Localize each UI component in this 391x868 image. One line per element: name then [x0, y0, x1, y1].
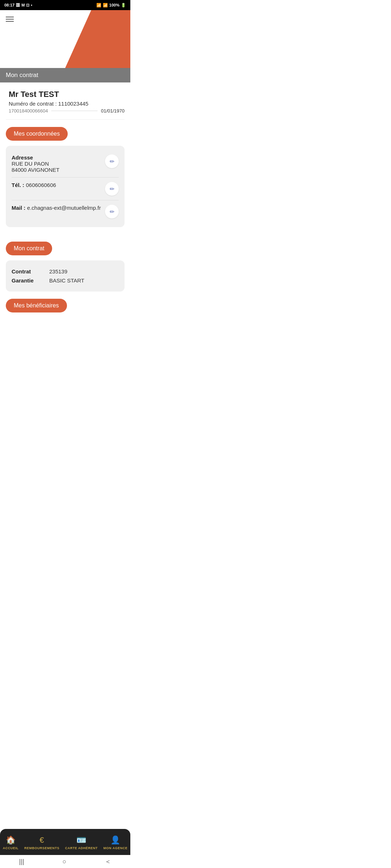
- section-title: Mon contrat: [6, 72, 38, 78]
- contrat-row: Contrat 235139: [12, 267, 119, 276]
- id-dots: [51, 111, 97, 111]
- hamburger-line2: [6, 19, 14, 20]
- garantie-row: Garantie BASIC START: [12, 276, 119, 285]
- logo-container: [18, 17, 65, 62]
- photo-icon: 🖼: [16, 3, 20, 7]
- mail-text: Mail : e.chagnas-ext@mutuellelmp.fr: [12, 205, 105, 211]
- user-info-section: Mr Test TEST Numéro de contrat : 1110023…: [6, 82, 125, 120]
- address-label: Adresse: [12, 154, 105, 161]
- pencil-icon: ✏: [110, 158, 114, 165]
- garantie-field-value: BASIC START: [49, 277, 84, 284]
- battery-icon: 🔋: [121, 3, 126, 8]
- mail-icon: M: [21, 3, 25, 7]
- signal-icon: 📶: [103, 3, 108, 8]
- contract-number-line: Numéro de contrat : 1110023445: [9, 101, 125, 107]
- dot-icon: •: [31, 3, 32, 7]
- hamburger-line1: [6, 17, 14, 17]
- cast-icon: ⊡: [26, 3, 29, 8]
- lmp-logo: [18, 17, 65, 61]
- id-number: 170018400066604: [9, 108, 48, 114]
- app-header: [0, 10, 130, 68]
- contrat-field-value: 235139: [49, 268, 67, 275]
- contract-number-label: Numéro de contrat :: [9, 101, 57, 107]
- address-text: Adresse RUE DU PAON 84000 AVIGNONET: [12, 154, 105, 173]
- hamburger-menu[interactable]: [6, 17, 14, 22]
- divider-1: [12, 177, 119, 178]
- edit-tel-button[interactable]: ✏: [105, 182, 119, 196]
- coordonnees-card: Adresse RUE DU PAON 84000 AVIGNONET ✏ Té…: [6, 146, 125, 227]
- tel-value: 0606060606: [26, 182, 56, 188]
- header-bg-shape: [65, 10, 130, 68]
- mail-row: Mail : e.chagnas-ext@mutuellelmp.fr ✏: [12, 203, 119, 221]
- mail-value: e.chagnas-ext@mutuellelmp.fr: [27, 205, 101, 211]
- wifi-icon: 📶: [96, 3, 101, 8]
- contrat-field-label: Contrat: [12, 268, 41, 275]
- beneficiaires-section: Mes bénéficiaires: [6, 299, 125, 312]
- pencil-icon-tel: ✏: [110, 186, 114, 192]
- address-row: Adresse RUE DU PAON 84000 AVIGNONET ✏: [12, 152, 119, 175]
- status-left: 08:17 🖼 M ⊡ •: [4, 3, 32, 8]
- contract-number-value: 1110023445: [58, 101, 88, 107]
- divider-2: [12, 200, 119, 200]
- edit-address-button[interactable]: ✏: [105, 154, 119, 168]
- hamburger-line3: [6, 21, 14, 22]
- birth-date: 01/01/1970: [101, 108, 125, 114]
- edit-mail-button[interactable]: ✏: [105, 205, 119, 218]
- beneficiaires-button[interactable]: Mes bénéficiaires: [6, 299, 67, 312]
- battery-text: 100%: [109, 3, 119, 7]
- coordonnees-button[interactable]: Mes coordonnées: [6, 127, 68, 141]
- mail-label: Mail :: [12, 205, 25, 211]
- contract-card: Contrat 235139 Garantie BASIC START: [6, 260, 125, 292]
- garantie-field-label: Garantie: [12, 277, 41, 284]
- address-line2: 84000 AVIGNONET: [12, 167, 105, 173]
- address-line1: RUE DU PAON: [12, 161, 105, 167]
- section-title-bar: Mon contrat: [0, 68, 130, 82]
- user-name: Mr Test TEST: [9, 90, 125, 99]
- tel-row: Tél. : 0606060606 ✏: [12, 180, 119, 198]
- tel-label: Tél. :: [12, 182, 24, 188]
- time: 08:17: [4, 3, 14, 7]
- main-content: Mr Test TEST Numéro de contrat : 1110023…: [0, 82, 130, 312]
- tel-text: Tél. : 0606060606: [12, 182, 105, 188]
- status-right: 📶 📶 100% 🔋: [96, 3, 126, 8]
- contrat-button[interactable]: Mon contrat: [6, 242, 52, 255]
- id-line: 170018400066604 01/01/1970: [9, 108, 125, 114]
- status-bar: 08:17 🖼 M ⊡ • 📶 📶 100% 🔋: [0, 0, 130, 10]
- pencil-icon-mail: ✏: [110, 208, 114, 215]
